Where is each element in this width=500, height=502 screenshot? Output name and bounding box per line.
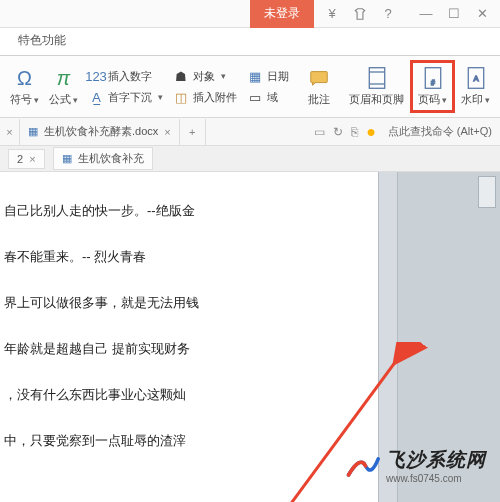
chevron-down-icon: ▾ xyxy=(442,95,447,105)
comment-icon xyxy=(307,66,331,90)
field-button[interactable]: ▭ 域 xyxy=(243,87,293,107)
minimize-icon[interactable]: — xyxy=(412,0,440,28)
formula-button[interactable]: π 公式▾ xyxy=(45,64,82,109)
dropcap-label: 首字下沉 xyxy=(108,90,152,105)
yen-icon[interactable]: ¥ xyxy=(318,0,346,28)
field-label: 域 xyxy=(267,90,278,105)
menu-tabstrip: 特色功能 xyxy=(0,28,500,56)
close-icon[interactable]: × xyxy=(164,126,170,138)
number-icon: 123 xyxy=(88,68,104,84)
symbol-label: 符号 xyxy=(10,93,32,105)
close-icon[interactable]: × xyxy=(29,153,35,165)
close-window-icon[interactable]: ✕ xyxy=(468,0,496,28)
text-line: 界上可以做很多事，就是无法用钱 xyxy=(4,294,374,312)
command-search[interactable]: 点此查找命令 (Alt+Q) xyxy=(388,124,492,139)
formula-label: 公式 xyxy=(49,93,71,105)
site-watermark: 飞沙系统网 www.fs0745.com xyxy=(344,447,486,484)
titlebar: 未登录 ¥ ? — ☐ ✕ xyxy=(0,0,500,28)
header-footer-button[interactable]: 页眉和页脚 xyxy=(345,64,408,109)
tshirt-icon[interactable] xyxy=(346,0,374,28)
word-doc-icon: ▦ xyxy=(62,152,72,165)
login-badge[interactable]: 未登录 xyxy=(250,0,314,28)
tool-icon-3[interactable]: ⎘ xyxy=(351,125,358,139)
word-doc-icon: ▦ xyxy=(28,125,38,138)
dropcap-button[interactable]: A̲ 首字下沉▾ xyxy=(84,87,167,107)
calendar-icon: ▦ xyxy=(247,68,263,84)
page-number-label: 页码 xyxy=(418,93,440,105)
insert-number-button[interactable]: 123 插入数字 xyxy=(84,66,167,86)
page-number-button[interactable]: # 页码▾ xyxy=(414,64,451,109)
doc-tab-right-tools: ▭ ↻ ⎘ ● 点此查找命令 (Alt+Q) xyxy=(314,123,500,141)
svg-rect-0 xyxy=(311,72,328,83)
chevron-down-icon: ▾ xyxy=(158,92,163,102)
date-group: ▦ 日期 ▭ 域 xyxy=(243,66,293,107)
spacer xyxy=(402,0,412,28)
document-tabs: × ▦ 生机饮食补充酵素.docx × + ▭ ↻ ⎘ ● 点此查找命令 (Al… xyxy=(0,118,500,146)
chevron-down-icon: ▾ xyxy=(73,95,78,105)
comment-button[interactable]: 批注 xyxy=(303,64,335,109)
help-icon[interactable]: ? xyxy=(374,0,402,28)
tool-icon-1[interactable]: ▭ xyxy=(314,125,325,139)
text-line: 春不能重来。-- 烈火青春 xyxy=(4,248,374,266)
attachment-button[interactable]: ◫ 插入附件 xyxy=(169,87,241,107)
sec-tab-b-label: 生机饮食补充 xyxy=(78,151,144,166)
logo-icon xyxy=(344,448,380,484)
comment-label: 批注 xyxy=(308,92,330,107)
secondary-tabs: 2 × ▦ 生机饮食补充 xyxy=(0,146,500,172)
text-line: 中，只要觉察到一点耻辱的渣滓 xyxy=(4,432,374,450)
pi-icon: π xyxy=(52,66,76,90)
watermark-title: 飞沙系统网 xyxy=(386,447,486,473)
titlebar-controls: ¥ ? — ☐ ✕ xyxy=(314,0,500,28)
attachment-label: 插入附件 xyxy=(193,90,237,105)
watermark-icon: A xyxy=(464,66,488,90)
sec-tab-b[interactable]: ▦ 生机饮食补充 xyxy=(53,147,153,170)
omega-icon: Ω xyxy=(13,66,37,90)
bullet-icon: ● xyxy=(366,123,380,141)
sec-tab-a[interactable]: 2 × xyxy=(8,149,45,169)
header-footer-label: 页眉和页脚 xyxy=(349,92,404,107)
watermark-url: www.fs0745.com xyxy=(386,473,486,484)
svg-text:A: A xyxy=(473,74,479,83)
watermark-button[interactable]: A 水印▾ xyxy=(457,64,494,109)
close-icon: × xyxy=(6,126,12,138)
number-group: 123 插入数字 A̲ 首字下沉▾ xyxy=(84,66,167,107)
date-button[interactable]: ▦ 日期 xyxy=(243,66,293,86)
svg-text:#: # xyxy=(431,79,435,86)
insert-number-label: 插入数字 xyxy=(108,69,152,84)
watermark-text: 飞沙系统网 www.fs0745.com xyxy=(386,447,486,484)
doc-tab-active[interactable]: ▦ 生机饮食补充酵素.docx × xyxy=(20,119,180,145)
text-line: 自己比别人走的快一步。--绝版金 xyxy=(4,202,374,220)
header-footer-icon xyxy=(365,66,389,90)
chevron-down-icon: ▾ xyxy=(485,95,490,105)
text-line: ，没有什么东西比事业心这颗灿 xyxy=(4,386,374,404)
add-tab-button[interactable]: + xyxy=(180,119,206,145)
dropcap-icon: A̲ xyxy=(88,89,104,105)
tab-special-features[interactable]: 特色功能 xyxy=(8,26,76,55)
maximize-icon[interactable]: ☐ xyxy=(440,0,468,28)
highlight-annotation: # 页码▾ xyxy=(410,60,455,113)
doc-tab-close-prev[interactable]: × xyxy=(0,119,20,145)
date-label: 日期 xyxy=(267,69,289,84)
chevron-down-icon: ▾ xyxy=(221,71,226,81)
text-line: 年龄就是超越自己 提前实现财务 xyxy=(4,340,374,358)
symbol-button[interactable]: Ω 符号▾ xyxy=(6,64,43,109)
object-group: ☗ 对象▾ ◫ 插入附件 xyxy=(169,66,241,107)
document-area[interactable]: 自己比别人走的快一步。--绝版金 春不能重来。-- 烈火青春 界上可以做很多事，… xyxy=(0,172,378,502)
field-icon: ▭ xyxy=(247,89,263,105)
chevron-down-icon: ▾ xyxy=(34,95,39,105)
sec-tab-a-label: 2 xyxy=(17,153,23,165)
watermark-label: 水印 xyxy=(461,93,483,105)
tool-icon-2[interactable]: ↻ xyxy=(333,125,343,139)
object-button[interactable]: ☗ 对象▾ xyxy=(169,66,241,86)
ribbon: Ω 符号▾ π 公式▾ 123 插入数字 A̲ 首字下沉▾ ☗ 对象▾ ◫ 插入… xyxy=(0,56,500,118)
attachment-icon: ◫ xyxy=(173,89,189,105)
page-number-icon: # xyxy=(421,66,445,90)
object-icon: ☗ xyxy=(173,68,189,84)
doc-tab-name: 生机饮食补充酵素.docx xyxy=(44,124,158,139)
minimap-toggle[interactable] xyxy=(478,176,496,208)
svg-rect-1 xyxy=(369,68,384,89)
object-label: 对象 xyxy=(193,69,215,84)
